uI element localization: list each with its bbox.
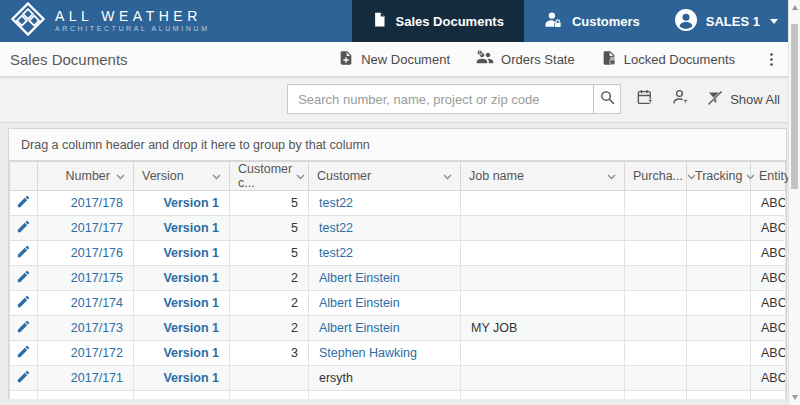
document-number-link[interactable]: 2017/177 bbox=[71, 221, 123, 235]
tracking-cell bbox=[687, 291, 751, 316]
edit-icon[interactable] bbox=[16, 294, 31, 309]
scroll-down-arrow-icon[interactable] bbox=[792, 395, 798, 400]
show-all-button[interactable]: Show All bbox=[706, 89, 780, 110]
purchase-cell bbox=[625, 341, 687, 366]
version-link[interactable]: Version 1 bbox=[163, 296, 219, 310]
column-header-entity[interactable]: Entity bbox=[751, 162, 786, 191]
customer-link[interactable]: Albert Einstein bbox=[319, 296, 400, 310]
edit-icon[interactable] bbox=[16, 244, 31, 259]
customer-link[interactable]: test22 bbox=[319, 221, 353, 235]
action-label: New Document bbox=[361, 52, 450, 67]
chevron-down-icon[interactable] bbox=[212, 169, 221, 183]
job-name-cell bbox=[461, 191, 625, 216]
version-link[interactable]: Version 1 bbox=[163, 321, 219, 335]
locked-documents-button[interactable]: Locked Documents bbox=[601, 50, 735, 69]
job-name-cell: MY JOB bbox=[461, 316, 625, 341]
job-name-cell bbox=[461, 366, 625, 391]
customer-filter-button[interactable] bbox=[670, 86, 693, 113]
column-header-purchase[interactable]: Purcha... bbox=[625, 162, 687, 191]
tab-customers[interactable]: Customers bbox=[524, 0, 660, 42]
orders-state-button[interactable]: Orders State bbox=[476, 49, 575, 70]
edit-icon[interactable] bbox=[16, 194, 31, 209]
edit-icon[interactable] bbox=[16, 219, 31, 234]
table-row[interactable]: 2017/172 Version 1 3 Stephen Hawking ABC… bbox=[10, 341, 786, 366]
search-button[interactable] bbox=[593, 84, 621, 114]
column-header-edit bbox=[10, 162, 38, 191]
tracking-cell bbox=[687, 366, 751, 391]
document-icon bbox=[372, 11, 387, 31]
document-number-link[interactable]: 2017/171 bbox=[71, 371, 123, 385]
document-number-link[interactable]: 2017/176 bbox=[71, 246, 123, 260]
document-number-link[interactable]: 2017/175 bbox=[71, 271, 123, 285]
chevron-down-icon[interactable] bbox=[296, 169, 305, 183]
more-options-button[interactable] bbox=[761, 51, 782, 68]
customer-link[interactable]: test22 bbox=[319, 246, 353, 260]
version-link[interactable]: Version 1 bbox=[163, 246, 219, 260]
column-header-job-name[interactable]: Job name bbox=[461, 162, 625, 191]
purchase-cell bbox=[625, 266, 687, 291]
entity-cell: ABC Wi bbox=[751, 291, 786, 316]
document-number-link[interactable]: 2017/174 bbox=[71, 296, 123, 310]
version-link[interactable]: Version 1 bbox=[163, 346, 219, 360]
tracking-cell bbox=[687, 216, 751, 241]
customer-link[interactable]: Albert Einstein bbox=[319, 321, 400, 335]
customer-link[interactable]: test22 bbox=[319, 196, 353, 210]
version-link[interactable]: Version 1 bbox=[163, 196, 219, 210]
column-header-tracking[interactable]: Tracking bbox=[687, 162, 751, 191]
version-link[interactable]: Version 1 bbox=[163, 221, 219, 235]
edit-icon[interactable] bbox=[16, 344, 31, 359]
column-header-version[interactable]: Version bbox=[134, 162, 230, 191]
table-row[interactable]: 2017/177 Version 1 5 test22 ABC Wi bbox=[10, 216, 786, 241]
customer-count-cell: 2 bbox=[230, 266, 309, 291]
chevron-down-icon[interactable] bbox=[116, 169, 125, 183]
entity-cell: ABC Wi bbox=[751, 191, 786, 216]
user-menu[interactable]: SALES 1 bbox=[660, 0, 800, 42]
purchase-cell bbox=[625, 241, 687, 266]
chevron-down-icon[interactable] bbox=[746, 169, 755, 183]
customer-link[interactable]: ersyth bbox=[319, 371, 353, 385]
edit-icon[interactable] bbox=[16, 369, 31, 384]
customer-link[interactable]: Stephen Hawking bbox=[319, 346, 417, 360]
table-row[interactable]: 2017/178 Version 1 5 test22 ABC Wi bbox=[10, 191, 786, 216]
chevron-down-icon[interactable] bbox=[607, 169, 616, 183]
group-drop-zone[interactable]: Drag a column header and drop it here to… bbox=[9, 129, 786, 161]
scroll-up-arrow-icon[interactable] bbox=[792, 5, 798, 10]
customer-link[interactable]: Albert Einstein bbox=[319, 271, 400, 285]
customer-count-cell: 2 bbox=[230, 291, 309, 316]
nav-tabs: Sales Documents Customers SALES 1 bbox=[352, 0, 800, 42]
document-number-link[interactable]: 2017/173 bbox=[71, 321, 123, 335]
table-row[interactable]: 2017/171 Version 1 ersyth ABC Wi bbox=[10, 366, 786, 391]
customer-count-cell: 2 bbox=[230, 316, 309, 341]
chevron-down-icon bbox=[770, 19, 778, 24]
table-body: 2017/178 Version 1 5 test22 ABC Wi 2017/… bbox=[10, 191, 786, 391]
edit-icon[interactable] bbox=[16, 269, 31, 284]
table-row[interactable]: 2017/175 Version 1 2 Albert Einstein ABC… bbox=[10, 266, 786, 291]
version-link[interactable]: Version 1 bbox=[163, 271, 219, 285]
column-header-number[interactable]: Number bbox=[38, 162, 134, 191]
table-row[interactable]: 2017/173 Version 1 2 Albert Einstein MY … bbox=[10, 316, 786, 341]
filter-off-icon bbox=[706, 89, 724, 110]
new-document-button[interactable]: New Document bbox=[338, 50, 450, 69]
purchase-cell bbox=[625, 366, 687, 391]
document-number-link[interactable]: 2017/172 bbox=[71, 346, 123, 360]
person-lock-icon bbox=[544, 10, 563, 32]
edit-icon[interactable] bbox=[16, 319, 31, 334]
column-header-customer[interactable]: Customer bbox=[309, 162, 461, 191]
date-filter-button[interactable] bbox=[634, 86, 657, 113]
scrollbar-thumb[interactable] bbox=[791, 24, 798, 189]
job-name-cell bbox=[461, 266, 625, 291]
column-header-customer-count[interactable]: Customer c... bbox=[230, 162, 309, 191]
table-row[interactable]: 2017/174 Version 1 2 Albert Einstein ABC… bbox=[10, 291, 786, 316]
chevron-down-icon[interactable] bbox=[443, 169, 452, 183]
search-group bbox=[287, 84, 621, 114]
version-link[interactable]: Version 1 bbox=[163, 371, 219, 385]
search-input[interactable] bbox=[287, 84, 593, 114]
vertical-scrollbar[interactable] bbox=[788, 0, 800, 405]
tab-sales-documents[interactable]: Sales Documents bbox=[352, 0, 524, 42]
table-row[interactable]: 2017/176 Version 1 5 test22 ABC Wi bbox=[10, 241, 786, 266]
action-label: Locked Documents bbox=[624, 52, 735, 67]
tracking-cell bbox=[687, 341, 751, 366]
purchase-cell bbox=[625, 191, 687, 216]
user-label: SALES 1 bbox=[706, 14, 760, 29]
document-number-link[interactable]: 2017/178 bbox=[71, 196, 123, 210]
